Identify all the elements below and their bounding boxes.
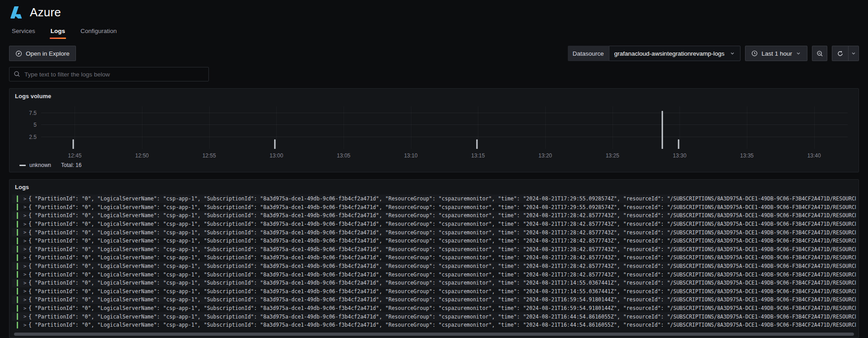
volume-bar[interactable]: [678, 139, 679, 149]
log-line-text: { "PartitionId": "0", "LogicalServerName…: [28, 195, 856, 202]
log-line-text: { "PartitionId": "0", "LogicalServerName…: [28, 280, 856, 286]
expand-log-chevron[interactable]: >: [21, 305, 28, 311]
time-range-label: Last 1 hour: [761, 50, 792, 57]
volume-bar[interactable]: [73, 139, 74, 149]
log-row[interactable]: >{ "PartitionId": "0", "LogicalServerNam…: [12, 279, 856, 287]
time-range-picker[interactable]: Last 1 hour: [745, 46, 807, 61]
x-axis-tick-label: 13:30: [673, 152, 686, 159]
log-line-text: { "PartitionId": "0", "LogicalServerName…: [28, 229, 856, 236]
logs-volume-plot: 2.557.512:4512:5012:5513:0013:0513:1013:…: [41, 106, 848, 149]
search-icon: [14, 71, 20, 77]
log-row[interactable]: >{ "PartitionId": "0", "LogicalServerNam…: [12, 237, 856, 245]
y-axis-tick-label: 7.5: [29, 110, 37, 116]
datasource-label: Datasource: [568, 46, 609, 61]
tab-configuration[interactable]: Configuration: [80, 24, 118, 39]
expand-log-chevron[interactable]: >: [21, 255, 28, 261]
expand-log-chevron[interactable]: >: [21, 314, 28, 319]
log-line-text: { "PartitionId": "0", "LogicalServerName…: [28, 246, 856, 252]
log-row[interactable]: >{ "PartitionId": "0", "LogicalServerNam…: [12, 304, 856, 313]
logs-volume-panel: Logs volume 2.557.512:4512:5012:5513:001…: [9, 88, 859, 172]
log-line-text: { "PartitionId": "0", "LogicalServerName…: [28, 254, 856, 261]
page-title: Azure: [30, 5, 61, 19]
vertical-gridline: [814, 106, 815, 149]
log-row[interactable]: >{ "PartitionId": "0", "LogicalServerNam…: [12, 295, 856, 304]
log-line-text: { "PartitionId": "0", "LogicalServerName…: [28, 314, 856, 320]
expand-log-chevron[interactable]: >: [21, 229, 28, 235]
log-row[interactable]: >{ "PartitionId": "0", "LogicalServerNam…: [12, 245, 856, 254]
log-level-indicator: [17, 204, 18, 210]
vertical-gridline: [276, 106, 277, 149]
vertical-gridline: [613, 106, 613, 149]
log-level-indicator: [17, 280, 18, 286]
log-row[interactable]: >{ "PartitionId": "0", "LogicalServerNam…: [12, 195, 856, 203]
log-row[interactable]: >{ "PartitionId": "0", "LogicalServerNam…: [12, 203, 856, 212]
log-level-indicator: [17, 305, 18, 312]
legend-total-label: Total: 16: [61, 162, 81, 168]
volume-bar[interactable]: [274, 139, 276, 149]
log-row[interactable]: >{ "PartitionId": "0", "LogicalServerNam…: [12, 253, 856, 262]
log-row[interactable]: >{ "PartitionId": "0", "LogicalServerNam…: [12, 287, 856, 296]
toolbar: Open in Explore Datasource grafanacloud-…: [9, 46, 859, 61]
vertical-gridline: [142, 106, 142, 149]
y-axis-tick-label: 5: [33, 122, 37, 128]
tab-services[interactable]: Services: [11, 24, 36, 39]
refresh-button[interactable]: [832, 46, 849, 61]
expand-log-chevron[interactable]: >: [21, 263, 28, 269]
log-level-indicator: [17, 313, 18, 320]
volume-bar[interactable]: [476, 139, 477, 149]
tab-logs[interactable]: Logs: [50, 24, 66, 39]
app-header: Azure: [0, 0, 868, 20]
log-line-text: { "PartitionId": "0", "LogicalServerName…: [28, 288, 856, 295]
log-row[interactable]: >{ "PartitionId": "0", "LogicalServerNam…: [12, 321, 856, 329]
expand-log-chevron[interactable]: >: [21, 280, 28, 286]
explore-compass-icon: [15, 50, 22, 57]
log-row[interactable]: >{ "PartitionId": "0", "LogicalServerNam…: [12, 228, 856, 237]
x-axis-tick-label: 13:00: [269, 152, 283, 159]
expand-log-chevron[interactable]: >: [21, 288, 28, 294]
legend-series-label[interactable]: unknown: [29, 162, 51, 168]
log-row[interactable]: >{ "PartitionId": "0", "LogicalServerNam…: [12, 270, 856, 279]
chevron-down-icon: [851, 51, 856, 56]
expand-log-chevron[interactable]: >: [21, 322, 28, 328]
log-filter-input[interactable]: [9, 67, 209, 81]
log-line-text: { "PartitionId": "0", "LogicalServerName…: [28, 263, 856, 269]
expand-log-chevron[interactable]: >: [21, 246, 28, 252]
log-row[interactable]: >{ "PartitionId": "0", "LogicalServerNam…: [12, 262, 856, 271]
log-level-indicator: [17, 229, 18, 236]
filter-row: [9, 67, 859, 81]
volume-bar[interactable]: [661, 111, 663, 149]
expand-log-chevron[interactable]: >: [21, 204, 28, 210]
log-row[interactable]: >{ "PartitionId": "0", "LogicalServerNam…: [12, 220, 856, 229]
clock-icon: [751, 50, 758, 57]
log-line-text: { "PartitionId": "0", "LogicalServerName…: [28, 238, 856, 244]
expand-log-chevron[interactable]: >: [21, 297, 28, 303]
expand-log-chevron[interactable]: >: [21, 271, 28, 277]
x-axis-tick-label: 12:50: [135, 152, 149, 159]
log-level-indicator: [17, 246, 18, 252]
open-in-explore-button[interactable]: Open in Explore: [9, 46, 76, 61]
expand-log-chevron[interactable]: >: [21, 196, 28, 202]
expand-log-chevron[interactable]: >: [21, 238, 28, 244]
log-filter-search-box: [9, 67, 209, 81]
datasource-select[interactable]: grafanacloud-awsintegrationrevamp-logs: [609, 46, 741, 61]
logs-volume-panel-title: Logs volume: [15, 93, 853, 100]
refresh-interval-dropdown[interactable]: [849, 46, 859, 61]
legend-series-color-swatch: [19, 165, 26, 166]
zoom-out-button[interactable]: [812, 46, 827, 61]
x-axis-tick-label: 13:25: [606, 152, 619, 159]
datasource-picker: Datasource grafanacloud-awsintegrationre…: [568, 46, 741, 61]
x-axis-tick-label: 13:05: [337, 152, 350, 159]
expand-log-chevron[interactable]: >: [21, 213, 28, 219]
x-axis-tick-label: 13:15: [471, 152, 485, 159]
log-level-indicator: [17, 263, 18, 270]
datasource-value: grafanacloud-awsintegrationrevamp-logs: [614, 50, 725, 57]
log-row[interactable]: >{ "PartitionId": "0", "LogicalServerNam…: [12, 312, 856, 321]
expand-log-chevron[interactable]: >: [21, 221, 28, 227]
open-in-explore-label: Open in Explore: [26, 50, 70, 57]
horizontal-gridline: [41, 137, 848, 137]
log-line-text: { "PartitionId": "0", "LogicalServerName…: [28, 212, 856, 219]
vertical-gridline: [411, 106, 411, 149]
log-row[interactable]: >{ "PartitionId": "0", "LogicalServerNam…: [12, 211, 856, 220]
azure-logo-icon: [10, 5, 24, 19]
logs-horizontal-scrollbar[interactable]: [14, 333, 854, 336]
